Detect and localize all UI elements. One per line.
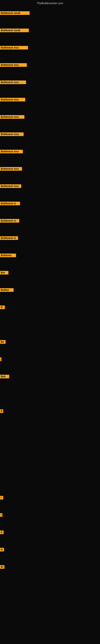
bottleneck-item: Bottleneck re — [0, 219, 19, 224]
bottleneck-item: Bottleneck re — [0, 236, 18, 241]
bottleneck-item: E — [0, 530, 3, 535]
bottleneck-item: Bottleneck resu — [0, 98, 25, 102]
bottleneck-label: E — [0, 530, 3, 534]
bottleneck-label: Bottlen — [0, 288, 14, 292]
bottleneck-item: Bot — [0, 271, 8, 275]
bottleneck-item: Bottleneck resu — [0, 80, 26, 85]
bottleneck-label: | — [0, 358, 1, 361]
page-container: TheBottlenecker.com Bottleneck resultBot… — [0, 0, 100, 644]
bottleneck-item: Bottleneck ress — [0, 184, 21, 189]
bottleneck-label: Bottleneck resu — [0, 80, 26, 84]
bottleneck-label: Bot — [0, 271, 8, 274]
bottleneck-label: Bottleneck result — [0, 28, 29, 32]
bottleneck-label: Bottleneck re — [0, 219, 19, 222]
bottleneck-label: Bo — [0, 340, 6, 344]
bottleneck-label: E — [0, 409, 3, 413]
bottleneck-label: | — [0, 513, 2, 517]
bottleneck-item: Bottleneck result — [0, 28, 29, 33]
bottleneck-label: Bottleneck result — [0, 11, 30, 15]
bottleneck-item: Bottleneck resu — [0, 63, 27, 68]
bottleneck-label: Bottleneck resu — [0, 167, 22, 171]
bottleneck-label: Bott — [0, 375, 9, 378]
bottleneck-item: Bottleneck resu — [0, 115, 24, 120]
bottleneck-item: | — [0, 513, 2, 518]
bottleneck-item: Bottlenec — [0, 254, 16, 258]
bottleneck-item: Bottleneck result — [0, 11, 30, 16]
bottleneck-label: Bottleneck re — [0, 202, 20, 205]
bottleneck-item: Bottleneck resu — [0, 167, 22, 172]
bottleneck-item: Bottleneck resu — [0, 150, 23, 154]
bottleneck-item: Bottlen — [0, 288, 14, 292]
bottleneck-label: Bottleneck resu — [0, 115, 24, 119]
bottleneck-label: B — [0, 306, 5, 309]
bottleneck-item: I — [0, 496, 3, 500]
bottleneck-item: Bottleneck resu — [0, 132, 24, 137]
bottleneck-item: B — [0, 548, 4, 552]
bottleneck-label: Bottleneck resu — [0, 63, 27, 67]
bottleneck-item: E — [0, 409, 3, 414]
bottleneck-item: B — [0, 306, 5, 310]
bottleneck-label: Bottleneck ress — [0, 184, 21, 188]
bottleneck-item: | — [0, 358, 1, 362]
bottleneck-item: Bottleneck re — [0, 202, 20, 206]
bottleneck-item: Bo — [0, 340, 6, 344]
bottleneck-label: Bottleneck re — [0, 236, 18, 240]
bottleneck-item: Bi — [0, 565, 4, 570]
bottleneck-label: I — [0, 496, 3, 500]
bottleneck-label: Bottleneck resu — [0, 132, 24, 136]
bottleneck-label: B — [0, 548, 4, 552]
bottleneck-item: Bott — [0, 375, 9, 379]
bottleneck-label: Bi — [0, 565, 4, 569]
bottleneck-label: Bottleneck resu — [0, 150, 23, 153]
bottleneck-item: Bottleneck resu — [0, 46, 28, 50]
site-title: TheBottlenecker.com — [0, 0, 100, 6]
bottleneck-label: Bottleneck resu — [0, 98, 25, 102]
bottleneck-label: Bottleneck resu — [0, 46, 28, 50]
bottleneck-label: Bottlenec — [0, 254, 16, 257]
